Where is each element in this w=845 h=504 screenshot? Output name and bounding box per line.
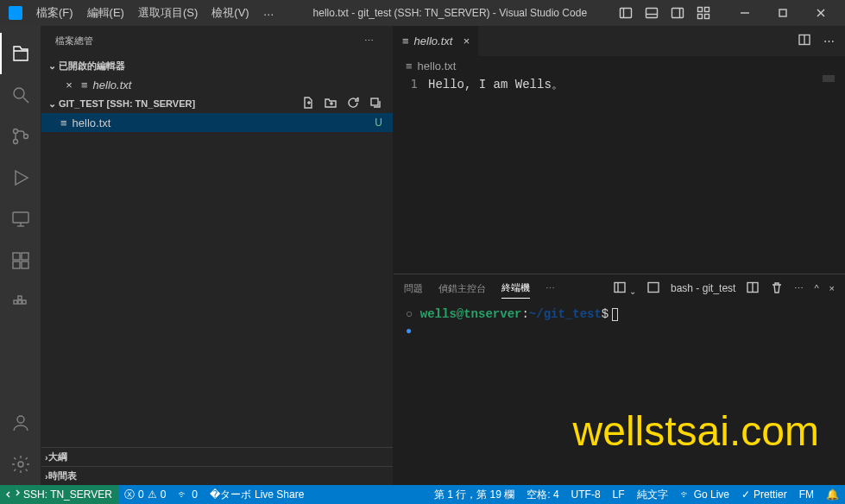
search-icon[interactable] [0,74,41,116]
svg-rect-41 [648,283,659,293]
chevron-down-icon: ⌄ [45,60,59,72]
explorer-title: 檔案總管 [55,35,93,47]
svg-rect-22 [13,253,20,260]
fm-status[interactable]: FM [793,485,820,504]
cursor-position[interactable]: 第 1 行，第 19 欄 [428,485,520,504]
encoding-status[interactable]: UTF-8 [565,485,607,504]
ports-count: 0 [192,488,198,501]
new-folder-icon[interactable] [324,96,337,111]
editor-tab[interactable]: ≡ hello.txt × [394,26,479,56]
run-debug-icon[interactable] [0,157,41,198]
terminal-profile-icon[interactable] [646,280,660,296]
terminal-dollar: $ [602,307,609,321]
toggle-secondary-sidebar-icon[interactable] [671,6,684,20]
breadcrumb-file: hello.txt [418,60,457,72]
terminal-cursor [612,308,618,321]
timeline-section[interactable]: › 時間表 [41,466,393,485]
panel-overflow-icon[interactable]: ⋯ [794,283,804,294]
prompt-continuation-icon: ● [406,323,833,340]
svg-rect-9 [705,15,709,19]
code-content[interactable]: Hello, I am Wells。 [428,75,845,274]
broadcast-icon: ᯤ [680,488,691,501]
editor-body[interactable]: 1 Hello, I am Wells。 [394,75,845,274]
remote-indicator[interactable]: SSH: TN_SERVER [0,485,118,504]
svg-rect-6 [698,8,703,12]
language-mode[interactable]: 純文字 [631,485,674,504]
eol-status[interactable]: LF [607,485,631,504]
svg-rect-23 [22,253,28,260]
breadcrumb[interactable]: ≡ hello.txt [394,56,845,75]
menu-edit[interactable]: 編輯(E) [80,2,131,24]
minimize-button[interactable] [726,0,764,26]
minimap[interactable] [823,75,835,82]
shell-label[interactable]: bash - git_test [671,282,735,294]
problems-tab[interactable]: 問題 [404,279,423,299]
svg-rect-39 [615,283,625,293]
panel-more-icon[interactable]: ⋯ [545,280,555,298]
outline-section[interactable]: › 大綱 [41,447,393,466]
svg-rect-19 [13,212,28,223]
toggle-panel-icon[interactable] [645,6,659,20]
prettier-status[interactable]: ✓Prettier [735,485,793,504]
svg-point-16 [13,129,17,134]
maximize-panel-icon[interactable]: ^ [814,283,818,293]
explorer-header: 檔案總管 ⋯ [41,26,393,56]
settings-gear-icon[interactable] [0,444,41,485]
liveshare-status[interactable]: �ターボLive Share [204,485,310,504]
folder-section[interactable]: ⌄ GIT_TEST [SSH: TN_SERVER] [41,94,393,113]
svg-rect-8 [698,15,703,19]
refresh-icon[interactable] [346,96,360,111]
terminal-body[interactable]: ○ wells@tnserver:~/git_test$ ● wellstsai… [394,302,845,485]
kill-terminal-icon[interactable] [770,280,784,296]
menu-view[interactable]: 檢視(V) [205,2,255,24]
maximize-button[interactable] [764,0,802,26]
explorer-more-icon[interactable]: ⋯ [359,34,379,48]
ports-status[interactable]: ᯤ0 [172,485,204,504]
status-bar: SSH: TN_SERVER ⓧ0 ⚠0 ᯤ0 �ターボLive Share 第… [0,485,845,504]
source-control-icon[interactable] [0,116,41,157]
remote-explorer-icon[interactable] [0,198,41,240]
file-tree-item[interactable]: ≡ hello.txt U [41,113,393,132]
svg-point-18 [23,135,28,139]
indentation-status[interactable]: 空格: 4 [520,485,564,504]
golive-label: Go Live [694,488,729,501]
explorer-icon[interactable] [0,33,41,74]
terminal-dropdown-icon[interactable]: ⌄ [613,280,636,296]
split-terminal-icon[interactable] [746,280,760,296]
svg-rect-24 [13,261,20,268]
close-panel-icon[interactable]: × [829,283,835,293]
menu-selection[interactable]: 選取項目(S) [131,2,205,24]
toggle-primary-sidebar-icon[interactable] [619,6,633,20]
open-editor-item[interactable]: × ≡ hello.txt [41,75,393,94]
customize-layout-icon[interactable] [697,6,710,20]
line-numbers: 1 [394,75,428,274]
notifications-icon[interactable]: 🔔 [820,485,845,504]
split-editor-icon[interactable] [798,33,811,49]
editor-more-icon[interactable]: ⋯ [823,35,835,47]
window-title: hello.txt - git_test (SSH: TN_SERVER) - … [281,7,619,19]
tab-filename: hello.txt [414,35,453,47]
svg-rect-28 [22,300,26,304]
menu-file[interactable]: 檔案(F) [29,2,80,24]
collapse-all-icon[interactable] [369,96,382,111]
close-button[interactable] [802,0,840,26]
bottom-panel: 問題 偵錯主控台 終端機 ⋯ ⌄ bash - git_test ⋯ ^ × ○ [394,274,845,485]
folder-label: GIT_TEST [SSH: TN_SERVER] [59,98,195,109]
new-file-icon[interactable] [301,96,315,111]
docker-icon[interactable] [0,281,41,323]
problems-status[interactable]: ⓧ0 ⚠0 [118,485,172,504]
terminal-tab[interactable]: 終端機 [501,278,530,299]
close-icon[interactable]: × [62,79,76,91]
terminal-path: ~/git_test [529,307,602,321]
close-icon[interactable]: × [463,35,470,47]
terminal-user: wells@tnserver [420,307,522,321]
golive-status[interactable]: ᯤGo Live [674,485,735,504]
debug-console-tab[interactable]: 偵錯主控台 [438,279,486,299]
file-name: hello.txt [73,117,111,129]
extensions-icon[interactable] [0,240,41,281]
svg-rect-11 [779,9,786,16]
accounts-icon[interactable] [0,402,41,444]
open-editors-section[interactable]: ⌄ 已開啟的編輯器 [41,56,393,75]
error-count: 0 [138,488,144,501]
menu-more[interactable]: … [256,2,281,24]
